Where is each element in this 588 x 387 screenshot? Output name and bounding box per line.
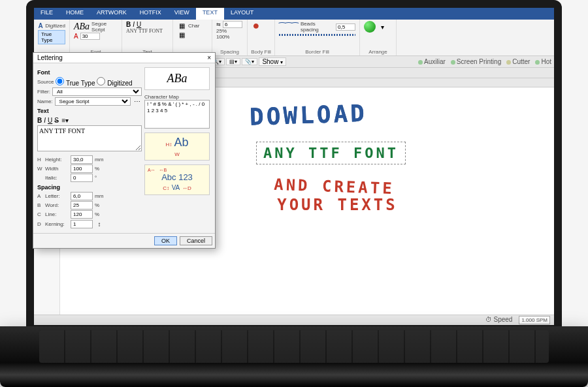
text-section-header: Text [37,108,142,114]
border-arc-icon[interactable]: ⁀⁀⁀ [279,22,299,31]
width-input[interactable] [71,164,93,173]
close-icon[interactable]: × [207,54,211,61]
font-size-input[interactable] [80,33,100,40]
tab-view[interactable]: VIEW [168,8,196,20]
filter-label: Filter: [37,89,50,95]
lettering-dialog: Lettering × Font Source True Type Digiti… [33,52,216,249]
font-section-header: Font [37,69,142,76]
italic-input[interactable] [71,174,93,182]
italic-unit: ° [95,175,97,181]
status-cutter[interactable]: Cutter [506,58,530,65]
name-select[interactable]: Segoe Script [55,97,131,106]
row-a-label: A [37,193,43,199]
char-label: Char [188,23,199,29]
size-diagram: H↕ AbW [144,132,210,161]
ribbon-tabs: FILE HOME ARTWORK HOTFIX VIEW TEXT LAYOU… [34,8,554,20]
kerning-lock-icon[interactable]: ↕ [95,219,104,228]
row-b-label: B [37,202,43,208]
pct25[interactable]: 25% [216,28,227,34]
tool-stitch[interactable]: ▤▾ [226,58,240,65]
source-label: Source [37,79,54,85]
font-sample: ABa [74,22,90,32]
group-spacing-label: Spacing [212,49,247,55]
underline-button[interactable]: U [137,21,141,28]
show-button[interactable]: Show ▾ [259,57,286,66]
source-digitized-radio[interactable]: Digitized [97,77,132,87]
ok-button[interactable]: OK [154,236,177,245]
arrange-menu-icon[interactable]: ▾ [378,22,387,31]
grid-icon[interactable]: ▦ [177,21,186,30]
laptop-keyboard [0,326,588,387]
letter-label: Letter: [45,193,69,199]
charmap-label: Character Map [144,94,210,100]
spacing-diagram: A↔ ↔B Abc 123 C↕ VA ↔D [144,164,210,195]
st-icon[interactable]: ⇆ [216,22,221,27]
status-spm[interactable]: 1.000 SPM [519,316,550,324]
cancel-button[interactable]: Cancel [180,236,212,245]
font-size-icon: A [74,33,78,40]
width-unit: % [95,166,99,172]
group-bodyfill-label: Body Fill [248,49,274,55]
ribbon: ADigitized True Type ABaSegoe Script A F… [34,20,554,56]
status-auxiliar[interactable]: Auxiliar [418,58,446,65]
kerning-input[interactable] [71,220,93,228]
italic-button[interactable]: I [133,21,135,28]
letter-input[interactable] [71,192,93,200]
font-preview: ABa [144,67,210,90]
italic-label: Italic: [45,175,69,181]
kerning-label: Kerning: [45,221,69,227]
arrange-group: ▾ Arrange [360,20,397,55]
dlg-strike[interactable]: S [54,117,59,124]
font-browse-icon[interactable]: ⋯ [133,97,142,106]
word-label: Word: [45,202,69,208]
bold-button[interactable]: B [126,21,131,28]
text-input[interactable]: ANY TTF FONT [37,125,142,151]
align-dropdown-icon[interactable]: ≡▾ [61,116,70,125]
status-hot[interactable]: Hot [535,58,551,65]
tab-hotfix[interactable]: HOTFIX [133,8,168,20]
beads-label: Beads spacing [301,21,334,33]
tab-text[interactable]: TEXT [196,8,224,20]
st-val[interactable] [223,21,242,28]
line-label: Line: [45,211,69,217]
tab-file[interactable]: FILE [34,8,59,20]
laptop-frame: FILE HOME ARTWORK HOTFIX VIEW TEXT LAYOU… [0,0,588,387]
height-input[interactable] [71,155,93,164]
dlg-bold[interactable]: B [37,117,42,124]
status-screenprint[interactable]: Screen Printing [451,58,501,65]
dialog-titlebar[interactable]: Lettering × [33,53,215,63]
dlg-italic[interactable]: I [44,117,46,124]
canvas-text-2[interactable]: ANY TTF FONT [256,142,406,164]
beads-value[interactable] [336,23,355,31]
bodyfill-icon[interactable]: ● [252,21,261,30]
ribbon-text-value: ANY TTF FONT [126,28,163,34]
height-label: Height: [45,157,69,163]
status-speed-label: ⏱ Speed [485,316,513,324]
dlg-underline[interactable]: U [48,117,52,124]
canvas-text-3[interactable]: AND CREATE [263,175,406,198]
group-arrange-label: Arrange [360,49,396,55]
width-label: Width [45,166,69,172]
canvas-text-1[interactable]: DOWLOAD [249,92,554,131]
line-input[interactable] [71,210,93,219]
pct100[interactable]: 100% [216,34,229,40]
font-name-label[interactable]: Segoe Script [91,21,118,33]
canvas-text-4[interactable]: YOUR TEXTS [269,196,406,214]
tab-home[interactable]: HOME [59,8,90,20]
word-input[interactable] [71,201,93,209]
tab-artwork[interactable]: ARTWORK [90,8,133,20]
charmap-grid[interactable]: ! " # $ % & ' ( ) * + , - . / 0 1 2 3 4 … [144,100,210,129]
grid2-icon[interactable]: ▦ [177,30,186,39]
source-truetype-radio[interactable]: True Type [56,77,95,87]
row-w-label: W [37,166,43,172]
name-label: Name: [37,99,53,104]
height-unit: mm [95,157,103,163]
truetype-toggle[interactable]: True Type [38,30,65,44]
arrange-icon[interactable] [364,21,376,33]
tab-layout[interactable]: LAYOUT [224,8,260,20]
filter-select[interactable]: All [52,87,142,96]
digitized-icon[interactable]: A [38,21,43,30]
tool-pin[interactable]: 📎▾ [242,58,257,65]
dialog-title: Lettering [37,54,63,61]
row-h-label: H [37,157,43,163]
